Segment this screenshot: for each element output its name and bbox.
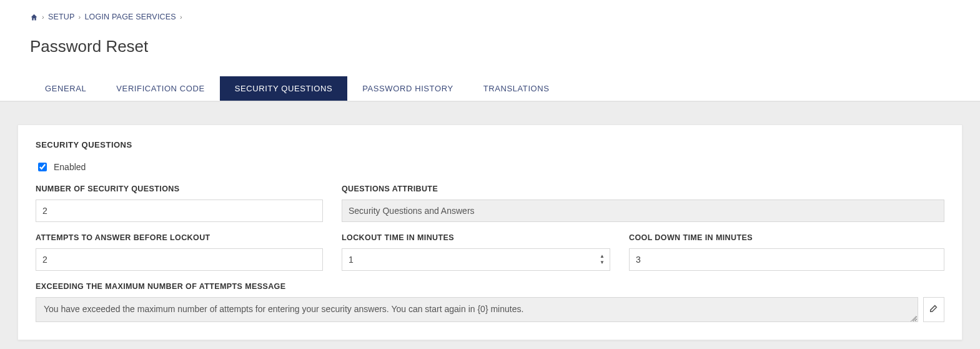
enabled-row: Enabled bbox=[36, 161, 944, 173]
enabled-checkbox[interactable] bbox=[38, 163, 47, 171]
cooldown-minutes-label: COOL DOWN TIME IN MINUTES bbox=[629, 233, 944, 242]
attempts-before-lockout-input[interactable] bbox=[36, 248, 323, 271]
breadcrumb-login-page-services[interactable]: LOGIN PAGE SERVICES bbox=[84, 13, 176, 21]
field-questions-attribute: QUESTIONS ATTRIBUTE Security Questions a… bbox=[342, 185, 944, 222]
security-questions-panel: SECURITY QUESTIONS Enabled NUMBER OF SEC… bbox=[17, 124, 963, 340]
field-exceed-message: EXCEEDING THE MAXIMUM NUMBER OF ATTEMPTS… bbox=[36, 282, 944, 322]
exceed-message-textarea[interactable]: You have exceeded the maximum number of … bbox=[36, 297, 918, 322]
exceed-message-text: You have exceeded the maximum number of … bbox=[44, 304, 523, 314]
tab-translations[interactable]: TRANSLATIONS bbox=[468, 76, 565, 101]
field-lockout-minutes: LOCKOUT TIME IN MINUTES ▲▼ bbox=[342, 233, 610, 271]
tab-general[interactable]: GENERAL bbox=[30, 76, 101, 101]
attempts-before-lockout-label: ATTEMPTS TO ANSWER BEFORE LOCKOUT bbox=[36, 233, 323, 242]
field-num-questions: NUMBER OF SECURITY QUESTIONS bbox=[36, 185, 323, 222]
num-questions-label: NUMBER OF SECURITY QUESTIONS bbox=[36, 185, 323, 193]
chevron-right-icon: › bbox=[79, 13, 81, 21]
section-title: SECURITY QUESTIONS bbox=[36, 140, 944, 149]
exceed-message-label: EXCEEDING THE MAXIMUM NUMBER OF ATTEMPTS… bbox=[36, 282, 944, 291]
chevron-right-icon: › bbox=[42, 13, 44, 21]
breadcrumb-setup[interactable]: SETUP bbox=[48, 13, 75, 21]
field-attempts-before-lockout: ATTEMPTS TO ANSWER BEFORE LOCKOUT bbox=[36, 233, 323, 271]
page-title: Password Reset bbox=[0, 34, 980, 65]
lockout-minutes-input[interactable] bbox=[342, 248, 610, 271]
breadcrumb: › SETUP › LOGIN PAGE SERVICES › bbox=[0, 0, 980, 24]
cooldown-minutes-input[interactable] bbox=[629, 248, 944, 271]
edit-message-button[interactable] bbox=[923, 297, 944, 322]
home-icon bbox=[30, 13, 38, 21]
field-cooldown-minutes: COOL DOWN TIME IN MINUTES bbox=[629, 233, 944, 271]
lockout-minutes-label: LOCKOUT TIME IN MINUTES bbox=[342, 233, 610, 242]
tabs: GENERAL VERIFICATION CODE SECURITY QUEST… bbox=[0, 76, 980, 101]
questions-attribute-label: QUESTIONS ATTRIBUTE bbox=[342, 185, 944, 193]
content-canvas: SECURITY QUESTIONS Enabled NUMBER OF SEC… bbox=[0, 101, 980, 349]
num-questions-input[interactable] bbox=[36, 200, 323, 222]
tab-password-history[interactable]: PASSWORD HISTORY bbox=[347, 76, 468, 101]
row-2: ATTEMPTS TO ANSWER BEFORE LOCKOUT LOCKOU… bbox=[36, 233, 944, 271]
breadcrumb-home[interactable] bbox=[30, 13, 38, 21]
questions-attribute-input[interactable]: Security Questions and Answers bbox=[342, 200, 944, 222]
resize-handle-icon bbox=[910, 314, 916, 320]
tab-verification-code[interactable]: VERIFICATION CODE bbox=[101, 76, 219, 101]
page-root: › SETUP › LOGIN PAGE SERVICES › Password… bbox=[0, 0, 980, 349]
tab-security-questions[interactable]: SECURITY QUESTIONS bbox=[220, 76, 347, 101]
row-1: NUMBER OF SECURITY QUESTIONS QUESTIONS A… bbox=[36, 185, 944, 222]
chevron-right-icon: › bbox=[180, 13, 182, 21]
enabled-label[interactable]: Enabled bbox=[54, 162, 86, 172]
edit-icon bbox=[929, 304, 938, 315]
